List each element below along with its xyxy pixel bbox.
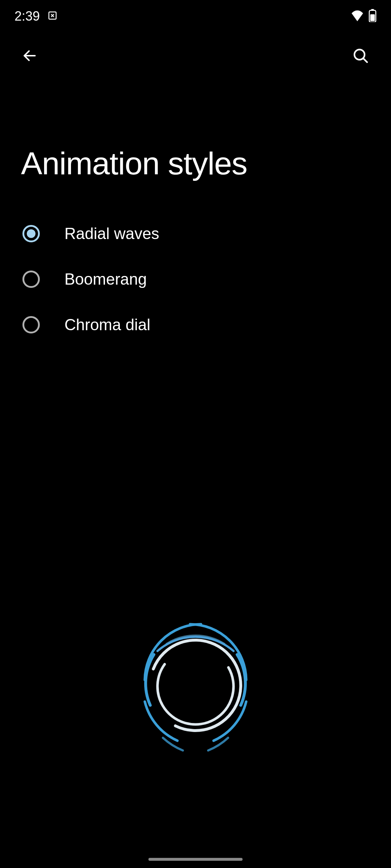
radio-radial-waves[interactable]: Radial waves: [14, 211, 377, 256]
wifi-icon: [350, 10, 364, 23]
app-bar: [0, 33, 391, 80]
svg-rect-5: [370, 14, 375, 21]
nav-handle[interactable]: [148, 858, 243, 861]
back-button[interactable]: [18, 44, 41, 68]
radio-indicator: [22, 225, 40, 242]
radio-label: Radial waves: [64, 225, 159, 243]
status-left: 2:39: [14, 9, 58, 24]
search-icon: [352, 60, 369, 65]
svg-point-9: [138, 627, 253, 743]
options-list: Radial waves Boomerang Chroma dial: [0, 211, 391, 348]
radio-indicator: [22, 271, 40, 288]
status-time: 2:39: [14, 9, 40, 24]
svg-line-8: [363, 58, 367, 62]
radio-boomerang[interactable]: Boomerang: [14, 256, 377, 302]
battery-icon: [369, 9, 377, 24]
radio-indicator: [22, 316, 40, 333]
radio-label: Boomerang: [64, 270, 147, 288]
radio-label: Chroma dial: [64, 316, 150, 334]
status-bar: 2:39: [0, 0, 391, 33]
arrow-back-icon: [22, 59, 38, 65]
close-box-icon: [47, 10, 58, 22]
radio-chroma-dial[interactable]: Chroma dial: [14, 302, 377, 348]
search-button[interactable]: [348, 43, 373, 69]
page-title: Animation styles: [0, 80, 391, 211]
status-right: [350, 9, 377, 24]
animation-preview: [123, 608, 268, 752]
